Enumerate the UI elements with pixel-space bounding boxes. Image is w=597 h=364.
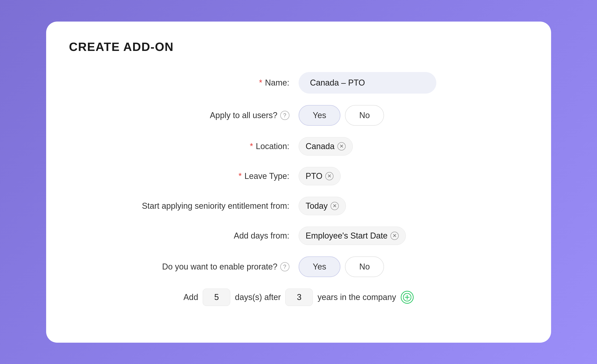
name-row: * Name: [115, 72, 482, 93]
add-days-from-tag: Employee's Start Date ✕ [298, 227, 406, 245]
name-field-wrapper [298, 72, 459, 93]
location-tag: Canada ✕ [298, 137, 353, 155]
prorate-yes-button[interactable]: Yes [298, 256, 341, 277]
prorate-yes-no-group: Yes No [298, 256, 459, 277]
leave-type-row: * Leave Type: PTO ✕ [115, 167, 482, 185]
name-label: * Name: [138, 78, 298, 88]
apply-help-icon[interactable]: ? [280, 111, 290, 120]
required-star-leave: * [238, 171, 242, 181]
years-input[interactable] [285, 288, 313, 306]
location-control: Canada ✕ [298, 137, 459, 155]
location-row: * Location: Canada ✕ [115, 137, 482, 155]
apply-all-users-row: Apply to all users? ? Yes No [115, 105, 482, 126]
location-label: * Location: [138, 141, 298, 151]
page-title: CREATE ADD-ON [69, 40, 528, 54]
days-input[interactable] [203, 288, 230, 306]
no-button[interactable]: No [345, 105, 384, 126]
seniority-tag: Today ✕ [298, 197, 346, 215]
name-input[interactable] [298, 72, 436, 93]
leave-type-tag: PTO ✕ [298, 167, 341, 185]
leave-type-label: * Leave Type: [138, 171, 298, 181]
add-years-row: Add days(s) after years in the company [115, 288, 482, 306]
prorate-control: Yes No [298, 256, 459, 277]
seniority-row: Start applying seniority entitlement fro… [115, 197, 482, 215]
create-addon-card: CREATE ADD-ON * Name: Apply to all users… [46, 22, 551, 343]
add-days-from-label: Add days from: [138, 231, 298, 240]
prorate-no-button[interactable]: No [345, 256, 384, 277]
prorate-label: Do you want to enable prorate? ? [138, 262, 298, 271]
add-days-from-tag-close[interactable]: ✕ [390, 232, 399, 240]
leave-type-control: PTO ✕ [298, 167, 459, 185]
yes-button[interactable]: Yes [298, 105, 341, 126]
seniority-tag-close[interactable]: ✕ [330, 202, 339, 210]
seniority-control: Today ✕ [298, 197, 459, 215]
leave-type-tag-close[interactable]: ✕ [325, 172, 333, 180]
add-row-button[interactable] [401, 291, 414, 304]
required-star-location: * [250, 141, 253, 151]
required-star: * [259, 78, 262, 88]
prorate-help-icon[interactable]: ? [280, 262, 290, 271]
location-tag-close[interactable]: ✕ [338, 142, 346, 150]
apply-control: Yes No [298, 105, 459, 126]
add-days-from-row: Add days from: Employee's Start Date ✕ [115, 227, 482, 245]
form-container: * Name: Apply to all users? ? Yes No [69, 72, 528, 306]
seniority-label: Start applying seniority entitlement fro… [138, 201, 298, 211]
yes-no-group: Yes No [298, 105, 459, 126]
add-days-from-control: Employee's Start Date ✕ [298, 227, 459, 245]
apply-label: Apply to all users? ? [138, 110, 298, 120]
prorate-row: Do you want to enable prorate? ? Yes No [115, 256, 482, 277]
